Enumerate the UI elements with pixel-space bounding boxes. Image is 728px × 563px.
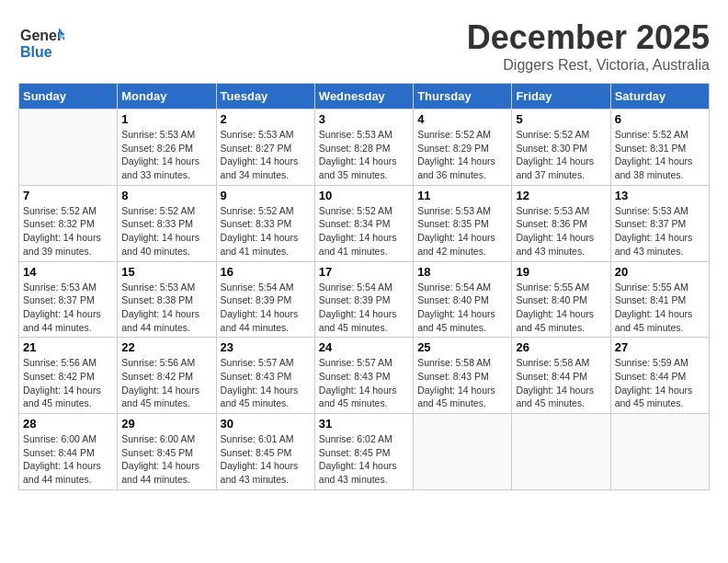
weekday-header-wednesday: Wednesday [314, 84, 413, 109]
day-number: 25 [417, 340, 507, 354]
weekday-header-tuesday: Tuesday [216, 84, 314, 109]
calendar-cell [414, 414, 512, 490]
day-number: 10 [319, 189, 409, 202]
calendar-cell: 2Sunrise: 5:53 AM Sunset: 8:27 PM Daylig… [216, 109, 314, 186]
day-info: Sunrise: 5:58 AM Sunset: 8:43 PM Dayligh… [417, 356, 507, 410]
day-info: Sunrise: 5:53 AM Sunset: 8:28 PM Dayligh… [319, 128, 409, 182]
day-info: Sunrise: 5:53 AM Sunset: 8:26 PM Dayligh… [121, 128, 211, 182]
calendar-cell: 3Sunrise: 5:53 AM Sunset: 8:28 PM Daylig… [314, 109, 413, 186]
weekday-header-friday: Friday [512, 84, 610, 109]
calendar-cell: 23Sunrise: 5:57 AM Sunset: 8:43 PM Dayli… [216, 338, 314, 414]
calendar-cell: 14Sunrise: 5:53 AM Sunset: 8:37 PM Dayli… [19, 261, 118, 338]
calendar-cell [610, 414, 709, 490]
day-info: Sunrise: 5:55 AM Sunset: 8:40 PM Dayligh… [516, 281, 606, 335]
weekday-header-saturday: Saturday [610, 84, 709, 109]
calendar-cell: 11Sunrise: 5:53 AM Sunset: 8:35 PM Dayli… [414, 185, 512, 261]
location-title: Diggers Rest, Victoria, Australia [467, 57, 710, 74]
calendar-cell: 15Sunrise: 5:53 AM Sunset: 8:38 PM Dayli… [118, 261, 216, 338]
calendar-cell: 25Sunrise: 5:58 AM Sunset: 8:43 PM Dayli… [414, 338, 512, 414]
calendar-week-row: 21Sunrise: 5:56 AM Sunset: 8:42 PM Dayli… [19, 338, 710, 414]
day-number: 7 [23, 189, 113, 202]
day-info: Sunrise: 5:55 AM Sunset: 8:41 PM Dayligh… [615, 281, 705, 335]
logo-icon: General Blue [18, 18, 64, 64]
day-info: Sunrise: 5:52 AM Sunset: 8:33 PM Dayligh… [221, 204, 311, 259]
calendar-cell: 4Sunrise: 5:52 AM Sunset: 8:29 PM Daylig… [414, 109, 512, 186]
calendar-cell: 1Sunrise: 5:53 AM Sunset: 8:26 PM Daylig… [118, 109, 216, 186]
day-info: Sunrise: 5:52 AM Sunset: 8:30 PM Dayligh… [516, 128, 606, 182]
day-number: 21 [23, 340, 113, 354]
day-info: Sunrise: 5:52 AM Sunset: 8:33 PM Dayligh… [121, 204, 211, 259]
day-number: 5 [516, 112, 606, 126]
logo: General Blue [18, 18, 68, 64]
day-info: Sunrise: 5:54 AM Sunset: 8:39 PM Dayligh… [319, 281, 409, 335]
day-info: Sunrise: 6:00 AM Sunset: 8:44 PM Dayligh… [23, 432, 113, 487]
calendar-table: SundayMondayTuesdayWednesdayThursdayFrid… [18, 83, 710, 490]
calendar-cell: 8Sunrise: 5:52 AM Sunset: 8:33 PM Daylig… [118, 185, 216, 261]
calendar-cell: 18Sunrise: 5:54 AM Sunset: 8:40 PM Dayli… [414, 261, 512, 338]
day-info: Sunrise: 5:53 AM Sunset: 8:27 PM Dayligh… [221, 128, 311, 182]
day-info: Sunrise: 5:53 AM Sunset: 8:35 PM Dayligh… [417, 204, 507, 259]
calendar-cell: 22Sunrise: 5:56 AM Sunset: 8:42 PM Dayli… [118, 338, 216, 414]
calendar-cell: 16Sunrise: 5:54 AM Sunset: 8:39 PM Dayli… [216, 261, 314, 338]
day-number: 4 [417, 112, 507, 126]
day-info: Sunrise: 5:59 AM Sunset: 8:44 PM Dayligh… [615, 356, 705, 410]
day-number: 3 [319, 112, 409, 126]
day-info: Sunrise: 5:57 AM Sunset: 8:43 PM Dayligh… [319, 356, 409, 410]
day-number: 24 [319, 340, 409, 354]
calendar-cell: 24Sunrise: 5:57 AM Sunset: 8:43 PM Dayli… [314, 338, 413, 414]
day-info: Sunrise: 6:01 AM Sunset: 8:45 PM Dayligh… [221, 432, 311, 487]
calendar-cell: 27Sunrise: 5:59 AM Sunset: 8:44 PM Dayli… [610, 338, 709, 414]
calendar-cell: 9Sunrise: 5:52 AM Sunset: 8:33 PM Daylig… [216, 185, 314, 261]
day-number: 13 [615, 189, 705, 202]
day-info: Sunrise: 5:53 AM Sunset: 8:36 PM Dayligh… [516, 204, 606, 259]
calendar-cell: 17Sunrise: 5:54 AM Sunset: 8:39 PM Dayli… [314, 261, 413, 338]
day-info: Sunrise: 5:56 AM Sunset: 8:42 PM Dayligh… [23, 356, 113, 410]
day-number: 23 [221, 340, 311, 354]
day-info: Sunrise: 6:02 AM Sunset: 8:45 PM Dayligh… [319, 432, 409, 487]
calendar-cell: 28Sunrise: 6:00 AM Sunset: 8:44 PM Dayli… [19, 414, 118, 490]
calendar-cell: 10Sunrise: 5:52 AM Sunset: 8:34 PM Dayli… [314, 185, 413, 261]
day-info: Sunrise: 5:57 AM Sunset: 8:43 PM Dayligh… [221, 356, 311, 410]
svg-text:General: General [20, 28, 64, 43]
day-info: Sunrise: 6:00 AM Sunset: 8:45 PM Dayligh… [121, 432, 211, 487]
weekday-header-row: SundayMondayTuesdayWednesdayThursdayFrid… [19, 84, 710, 109]
day-number: 14 [23, 265, 113, 279]
calendar-cell: 26Sunrise: 5:58 AM Sunset: 8:44 PM Dayli… [512, 338, 610, 414]
day-number: 26 [516, 340, 606, 354]
calendar-cell: 19Sunrise: 5:55 AM Sunset: 8:40 PM Dayli… [512, 261, 610, 338]
day-number: 27 [615, 340, 705, 354]
calendar-week-row: 7Sunrise: 5:52 AM Sunset: 8:32 PM Daylig… [19, 185, 710, 261]
day-number: 9 [221, 189, 311, 202]
calendar-cell: 20Sunrise: 5:55 AM Sunset: 8:41 PM Dayli… [610, 261, 709, 338]
day-number: 15 [121, 265, 211, 279]
day-number: 18 [417, 265, 507, 279]
month-title: December 2025 [467, 18, 710, 57]
day-info: Sunrise: 5:53 AM Sunset: 8:37 PM Dayligh… [615, 204, 705, 259]
day-number: 29 [121, 417, 211, 431]
day-number: 28 [23, 417, 113, 431]
calendar-week-row: 28Sunrise: 6:00 AM Sunset: 8:44 PM Dayli… [19, 414, 710, 490]
day-number: 20 [615, 265, 705, 279]
calendar-cell: 21Sunrise: 5:56 AM Sunset: 8:42 PM Dayli… [19, 338, 118, 414]
svg-text:Blue: Blue [20, 44, 52, 60]
day-number: 1 [121, 112, 211, 126]
day-info: Sunrise: 5:52 AM Sunset: 8:29 PM Dayligh… [417, 128, 507, 182]
day-info: Sunrise: 5:58 AM Sunset: 8:44 PM Dayligh… [516, 356, 606, 410]
calendar-cell: 13Sunrise: 5:53 AM Sunset: 8:37 PM Dayli… [610, 185, 709, 261]
weekday-header-thursday: Thursday [414, 84, 512, 109]
calendar-cell: 31Sunrise: 6:02 AM Sunset: 8:45 PM Dayli… [314, 414, 413, 490]
day-number: 19 [516, 265, 606, 279]
calendar-cell [19, 109, 118, 186]
day-info: Sunrise: 5:53 AM Sunset: 8:38 PM Dayligh… [121, 281, 211, 335]
day-info: Sunrise: 5:52 AM Sunset: 8:34 PM Dayligh… [319, 204, 409, 259]
day-number: 17 [319, 265, 409, 279]
calendar-cell [512, 414, 610, 490]
day-info: Sunrise: 5:54 AM Sunset: 8:39 PM Dayligh… [221, 281, 311, 335]
day-number: 6 [615, 112, 705, 126]
calendar-cell: 7Sunrise: 5:52 AM Sunset: 8:32 PM Daylig… [19, 185, 118, 261]
calendar-cell: 12Sunrise: 5:53 AM Sunset: 8:36 PM Dayli… [512, 185, 610, 261]
calendar-week-row: 1Sunrise: 5:53 AM Sunset: 8:26 PM Daylig… [19, 109, 710, 186]
title-area: December 2025 Diggers Rest, Victoria, Au… [467, 18, 710, 74]
day-info: Sunrise: 5:56 AM Sunset: 8:42 PM Dayligh… [121, 356, 211, 410]
day-number: 31 [319, 417, 409, 431]
